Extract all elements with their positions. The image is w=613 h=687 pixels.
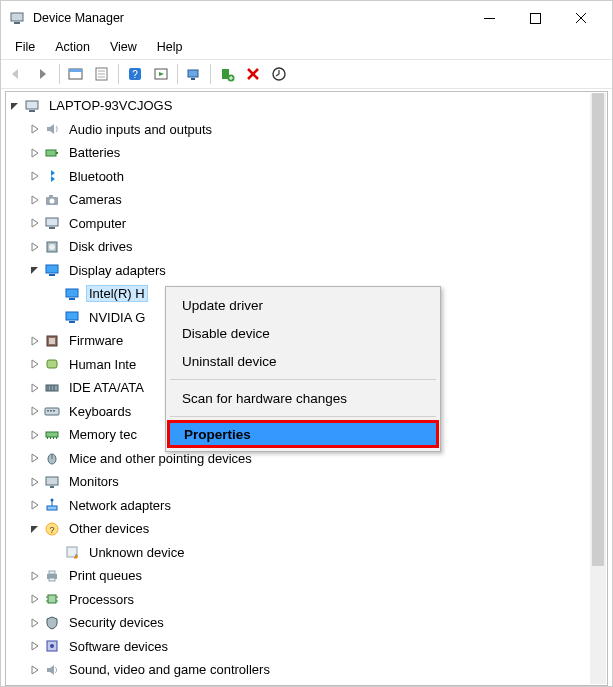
chevron-right-icon[interactable]: [28, 334, 42, 348]
svg-rect-53: [47, 437, 48, 439]
disk-icon: [44, 239, 60, 255]
close-button[interactable]: [558, 3, 604, 33]
help-button[interactable]: ?: [123, 62, 147, 86]
context-menu-item[interactable]: Disable device: [168, 319, 438, 347]
security-icon: [44, 615, 60, 631]
tree-node[interactable]: ?Other devices: [8, 517, 589, 541]
tree-node[interactable]: !Unknown device: [8, 541, 589, 565]
chevron-right-icon[interactable]: [28, 475, 42, 489]
tree-node[interactable]: Network adapters: [8, 494, 589, 518]
tree-node[interactable]: LAPTOP-93VCJOGS: [8, 94, 589, 118]
expander-none: [48, 310, 62, 324]
svg-rect-60: [50, 486, 54, 488]
tree-node[interactable]: Processors: [8, 588, 589, 612]
menu-help[interactable]: Help: [147, 38, 193, 56]
expander-none: [48, 545, 62, 559]
back-button[interactable]: [5, 62, 29, 86]
chevron-down-icon[interactable]: [28, 263, 42, 277]
tree-node[interactable]: Storage controllers: [8, 682, 589, 684]
chevron-right-icon[interactable]: [28, 616, 42, 630]
menu-action[interactable]: Action: [45, 38, 100, 56]
camera-icon: [44, 192, 60, 208]
action-button[interactable]: [149, 62, 173, 86]
window-controls: [466, 3, 604, 33]
chevron-right-icon[interactable]: [28, 498, 42, 512]
svg-rect-37: [66, 289, 78, 297]
tree-node[interactable]: Monitors: [8, 470, 589, 494]
svg-rect-3: [530, 13, 540, 23]
chevron-right-icon[interactable]: [28, 404, 42, 418]
scrollbar[interactable]: [590, 93, 606, 684]
update-driver-button[interactable]: [267, 62, 291, 86]
tree-node[interactable]: Cameras: [8, 188, 589, 212]
tree-node-label: Human Inte: [66, 356, 139, 373]
svg-rect-71: [48, 595, 56, 603]
context-menu-item[interactable]: Properties: [167, 420, 439, 448]
tree-node[interactable]: Audio inputs and outputs: [8, 118, 589, 142]
chevron-right-icon[interactable]: [28, 357, 42, 371]
chevron-right-icon[interactable]: [28, 639, 42, 653]
maximize-button[interactable]: [512, 3, 558, 33]
svg-rect-16: [191, 78, 195, 80]
toolbar-separator: [118, 64, 119, 84]
firmware-icon: [44, 333, 60, 349]
properties-button[interactable]: [90, 62, 114, 86]
window-title: Device Manager: [33, 11, 466, 25]
menu-view[interactable]: View: [100, 38, 147, 56]
chevron-right-icon[interactable]: [28, 169, 42, 183]
chevron-right-icon[interactable]: [28, 663, 42, 677]
chevron-right-icon[interactable]: [28, 451, 42, 465]
network-icon: [44, 497, 60, 513]
remove-button[interactable]: [241, 62, 265, 86]
tree-node[interactable]: Disk drives: [8, 235, 589, 259]
add-legacy-button[interactable]: [215, 62, 239, 86]
context-menu-item[interactable]: Uninstall device: [168, 347, 438, 375]
software-icon: [44, 638, 60, 654]
scrollbar-thumb[interactable]: [592, 93, 604, 566]
tree-node[interactable]: Software devices: [8, 635, 589, 659]
sound-icon: [44, 662, 60, 678]
svg-point-29: [50, 198, 55, 203]
show-hidden-button[interactable]: [64, 62, 88, 86]
chevron-right-icon[interactable]: [28, 193, 42, 207]
tree-node[interactable]: Batteries: [8, 141, 589, 165]
forward-button[interactable]: [31, 62, 55, 86]
svg-text:!: !: [75, 553, 76, 559]
chevron-right-icon[interactable]: [28, 381, 42, 395]
tree-node-label: Keyboards: [66, 403, 134, 420]
keyboard-icon: [44, 403, 60, 419]
chevron-right-icon[interactable]: [28, 216, 42, 230]
chevron-right-icon[interactable]: [28, 592, 42, 606]
chevron-right-icon[interactable]: [28, 146, 42, 160]
svg-rect-51: [53, 410, 55, 412]
svg-rect-59: [46, 477, 58, 485]
scan-hardware-button[interactable]: [182, 62, 206, 86]
chevron-right-icon[interactable]: [28, 122, 42, 136]
printer-icon: [44, 568, 60, 584]
other-icon: ?: [44, 521, 60, 537]
tree-node-label: Disk drives: [66, 238, 136, 255]
svg-rect-38: [69, 298, 75, 300]
context-menu-item[interactable]: Scan for hardware changes: [168, 384, 438, 412]
svg-rect-43: [47, 360, 57, 368]
tree-node-label: Mice and other pointing devices: [66, 450, 255, 467]
svg-rect-42: [49, 338, 55, 344]
chevron-right-icon[interactable]: [28, 428, 42, 442]
tree-node[interactable]: Display adapters: [8, 259, 589, 283]
chevron-right-icon[interactable]: [28, 240, 42, 254]
svg-rect-55: [53, 437, 54, 439]
chevron-down-icon[interactable]: [8, 99, 22, 113]
hid-icon: [44, 356, 60, 372]
minimize-button[interactable]: [466, 3, 512, 33]
tree-node[interactable]: Bluetooth: [8, 165, 589, 189]
tree-node[interactable]: Print queues: [8, 564, 589, 588]
tree-node[interactable]: Sound, video and game controllers: [8, 658, 589, 682]
context-menu-item[interactable]: Update driver: [168, 291, 438, 319]
tree-node-label: Sound, video and game controllers: [66, 661, 273, 678]
tree-node-label: Computer: [66, 215, 129, 232]
menu-file[interactable]: File: [5, 38, 45, 56]
tree-node[interactable]: Security devices: [8, 611, 589, 635]
chevron-right-icon[interactable]: [28, 569, 42, 583]
chevron-down-icon[interactable]: [28, 522, 42, 536]
tree-node[interactable]: Computer: [8, 212, 589, 236]
